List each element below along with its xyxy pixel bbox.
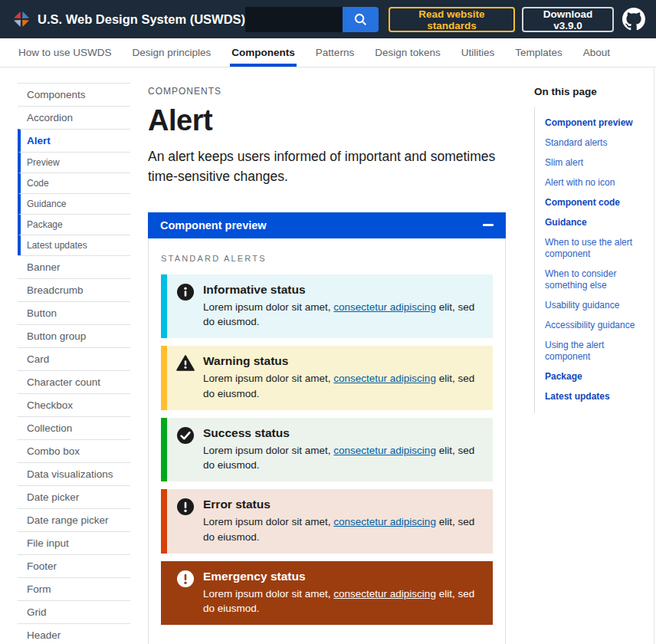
nav-tab[interactable]: How to use USWDS: [18, 38, 112, 67]
nav-tab[interactable]: Utilities: [461, 38, 495, 67]
site-banner: U.S. Web Design System (USWDS) Read webs…: [0, 0, 656, 38]
toc-link-label: Package: [545, 371, 582, 382]
sidenav-item[interactable]: Button group: [18, 324, 130, 347]
component-preview-accordion-button[interactable]: Component preview: [148, 212, 506, 238]
sidenav-item[interactable]: Date picker: [18, 485, 130, 508]
toc-link[interactable]: Alert with no icon: [545, 177, 651, 189]
sidenav-item[interactable]: Footer: [18, 554, 130, 577]
sidenav-item[interactable]: Date range picker: [18, 508, 130, 531]
sidenav-item[interactable]: Banner: [18, 255, 130, 278]
toc-link[interactable]: Component preview: [545, 117, 651, 129]
toc-link[interactable]: Usability guidance: [545, 300, 651, 311]
alert-body: Lorem ipsum dolor sit amet, consectetur …: [203, 443, 482, 473]
nav-tab-label: How to use USWDS: [18, 47, 112, 58]
sidenav-item[interactable]: Combo box: [18, 439, 130, 462]
sidenav-item[interactable]: Checkbox: [18, 393, 130, 416]
sidenav-item[interactable]: Form: [18, 577, 130, 600]
sidenav-item[interactable]: Grid: [18, 600, 130, 623]
info-circle-icon: [176, 283, 195, 301]
accordion-label: Component preview: [160, 219, 267, 232]
toc-link-label: Using the alert component: [545, 340, 604, 362]
sidenav-item[interactable]: Code: [18, 172, 130, 193]
toc-link[interactable]: Component code: [545, 197, 651, 209]
sidenav-item-label: Character count: [27, 376, 100, 388]
sidenav-item[interactable]: Alert: [18, 129, 130, 152]
scrollbar-track[interactable]: [654, 68, 654, 644]
alert-informative: Informative status Lorem ipsum dolor sit…: [161, 274, 493, 339]
alert-warning: Warning status Lorem ipsum dolor sit ame…: [161, 346, 493, 410]
toc-link[interactable]: Using the alert component: [545, 340, 651, 363]
brand[interactable]: U.S. Web Design System (USWDS): [12, 10, 245, 28]
read-standards-button[interactable]: Read website standards: [389, 7, 515, 32]
alert-title: Informative status: [203, 282, 482, 297]
sidenav-item-label: Grid: [27, 606, 47, 618]
toc-link[interactable]: When to consider something else: [545, 268, 651, 291]
toc-link[interactable]: When to use the alert component: [545, 237, 651, 260]
on-this-page: On this page Component preview Standard …: [534, 83, 651, 413]
nav-tab-label: Design tokens: [375, 47, 441, 58]
sidenav-item-label: Preview: [27, 157, 60, 168]
download-button[interactable]: Download v3.9.0: [522, 7, 614, 32]
nav-tab[interactable]: Components: [231, 38, 295, 67]
nav-tab[interactable]: Design principles: [133, 38, 212, 67]
sidenav-item[interactable]: Breadcrumb: [18, 278, 130, 301]
toc-heading: On this page: [534, 86, 651, 97]
nav-tab-label: Patterns: [316, 47, 354, 58]
alert-link[interactable]: consectetur adipiscing: [333, 588, 436, 600]
toc-link-label: Alert with no icon: [545, 177, 615, 188]
nav-tab-label: Templates: [515, 47, 563, 58]
site-title: U.S. Web Design System (USWDS): [38, 12, 245, 27]
github-icon[interactable]: [622, 8, 645, 31]
search-input[interactable]: [245, 7, 343, 32]
nav-tab-label: Components: [231, 47, 295, 58]
toc-link-label: Guidance: [545, 217, 587, 228]
sidenav-item-label: Accordion: [27, 112, 73, 123]
alert-link[interactable]: consectetur adipiscing: [333, 516, 436, 527]
sidenav-item[interactable]: Header: [18, 623, 130, 644]
site-search: [245, 7, 379, 32]
emergency-circle-icon: [176, 570, 195, 588]
search-icon: [354, 13, 367, 26]
component-preview-panel: STANDARD ALERTS Informative status Lorem…: [148, 238, 506, 644]
sidenav-item-label: Banner: [27, 261, 61, 273]
nav-tab-label: About: [583, 47, 610, 58]
section-label-standard: STANDARD ALERTS: [161, 254, 493, 263]
nav-tab[interactable]: Patterns: [316, 38, 354, 67]
nav-tab[interactable]: Design tokens: [375, 38, 441, 67]
search-button[interactable]: [343, 7, 379, 32]
sidenav-item[interactable]: Latest updates: [18, 235, 130, 255]
nav-tab[interactable]: Templates: [515, 38, 563, 67]
sidenav-item[interactable]: File input: [18, 531, 130, 554]
sidenav-item[interactable]: Package: [18, 214, 130, 235]
alert-link[interactable]: consectetur adipiscing: [333, 301, 436, 313]
alert-body: Lorem ipsum dolor sit amet, consectetur …: [203, 514, 482, 544]
toc-link[interactable]: Standard alerts: [545, 137, 651, 149]
components-sidenav: Components Accordion Alert Preview Code …: [18, 83, 130, 644]
nav-tab[interactable]: About: [583, 38, 610, 67]
toc-link[interactable]: Latest updates: [545, 391, 651, 402]
toc-link[interactable]: Slim alert: [545, 157, 651, 169]
nav-tab-label: Utilities: [461, 47, 495, 58]
sidenav-item[interactable]: Character count: [18, 370, 130, 393]
sidenav-item-label: Latest updates: [27, 240, 87, 251]
warning-triangle-icon: [176, 354, 195, 373]
sidenav-item[interactable]: Accordion: [18, 106, 130, 129]
sidenav-item[interactable]: Guidance: [18, 193, 130, 214]
sidenav-item[interactable]: Collection: [18, 416, 130, 439]
sidenav-item[interactable]: Card: [18, 347, 130, 370]
sidenav-item[interactable]: Components: [18, 83, 130, 106]
toc-link[interactable]: Accessibility guidance: [545, 320, 651, 331]
toc-link-label: Accessibility guidance: [545, 320, 635, 330]
sidenav-item-label: Header: [27, 629, 61, 641]
sidenav-item[interactable]: Button: [18, 301, 130, 324]
toc-link[interactable]: Guidance: [545, 217, 651, 228]
sidenav-item[interactable]: Data visualizations: [18, 462, 130, 485]
alert-body: Lorem ipsum dolor sit amet, consectetur …: [203, 586, 482, 616]
sidenav-item[interactable]: Preview: [18, 152, 130, 172]
alert-link[interactable]: consectetur adipiscing: [333, 373, 436, 384]
alert-link[interactable]: consectetur adipiscing: [333, 445, 436, 456]
alert-error: Error status Lorem ipsum dolor sit amet,…: [161, 489, 493, 554]
toc-link[interactable]: Package: [545, 371, 651, 383]
alert-title: Success status: [203, 426, 482, 440]
sidenav-item-label: Footer: [27, 560, 57, 572]
